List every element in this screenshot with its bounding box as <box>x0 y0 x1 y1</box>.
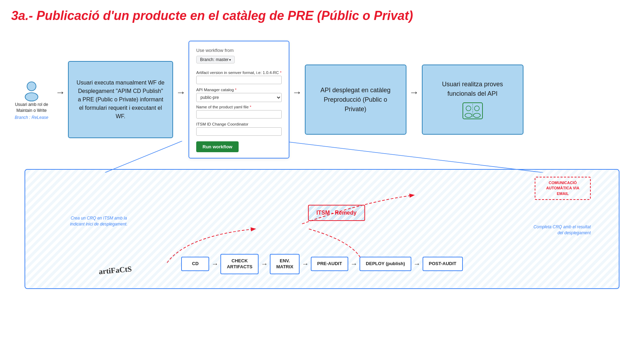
user-figure: Usuari amb rol de Maintain o Write Branc… <box>11 79 53 120</box>
comm-box: COMUNICACIÓ AUTOMÀTICA VIA EMAIL <box>535 177 591 200</box>
box2: API desplegat en catàleg Preproducció (P… <box>305 65 406 135</box>
pipeline-arrow-1: → <box>209 260 220 268</box>
branch-button[interactable]: Branch: master <box>196 56 235 63</box>
pipeline-step-cd: CD <box>181 257 209 271</box>
pipeline-step-env-matrix: ENV. MATRIX <box>270 254 300 274</box>
team-icon <box>462 102 483 120</box>
itsm-box: ITSM - Remedy <box>308 205 365 221</box>
pipeline-step-pre-audit: PRE-AUDIT <box>311 257 348 271</box>
pipeline-arrow-2: → <box>259 260 270 268</box>
field4-label: ITSM ID Change Coordinator <box>196 122 282 126</box>
run-workflow-button[interactable]: Run workflow <box>196 141 239 152</box>
arrow-1 <box>53 87 68 98</box>
box1: Usuari executa manualment WF de Desplega… <box>68 61 173 138</box>
arrow-3 <box>289 87 305 98</box>
user-branch: Branch : ReLease <box>15 115 48 120</box>
itsm-id-input[interactable] <box>196 127 282 136</box>
field3-label: Name of the product yaml file * <box>196 105 282 109</box>
svg-point-3 <box>466 106 471 111</box>
pipeline: CD → CHECK ARTIFACTS → ENV. MATRIX → PRE… <box>39 254 605 274</box>
page-title: 3a.- Publicació d'un producte en el catà… <box>0 0 644 27</box>
pipeline-arrow-5: → <box>411 260 423 268</box>
pipeline-step-deploy: DEPLOY (publish) <box>359 257 411 271</box>
yaml-file-input[interactable] <box>196 110 282 119</box>
pipeline-step-check-artifacts: CHECK ARTIFACTS <box>220 254 259 274</box>
form-panel: Use workflow from Branch: master Artifac… <box>189 41 289 159</box>
field2-label: API Manager catalog * <box>196 88 282 92</box>
svg-point-1 <box>27 82 36 91</box>
pipeline-arrow-3: → <box>300 260 311 268</box>
zoom-right-annotation: Completa CRQ amb el resultat del despleg… <box>528 224 591 236</box>
svg-point-4 <box>465 113 472 117</box>
arrow-4 <box>406 87 422 98</box>
zoom-left-annotation: Crea un CRQ en ITSM amb la indicant inic… <box>67 215 130 227</box>
user-icon <box>22 79 41 102</box>
box3: Usuari realitza proves funcionals del AP… <box>422 65 523 135</box>
api-manager-catalog-select[interactable]: public-pre <box>196 93 282 102</box>
user-label: Usuari amb rol de Maintain o Write <box>15 102 48 114</box>
svg-point-0 <box>25 93 38 101</box>
pipeline-arrow-4: → <box>348 260 359 268</box>
form-title: Use workflow from <box>196 48 282 53</box>
pipeline-step-post-audit: POST-AUDIT <box>423 257 463 271</box>
field1-label: Artifact version in semver format, i.e: … <box>196 70 282 75</box>
arrow-2 <box>173 87 189 98</box>
artifact-version-input[interactable] <box>196 76 282 84</box>
svg-point-5 <box>474 106 479 111</box>
svg-point-6 <box>473 113 480 117</box>
zoom-section: COMUNICACIÓ AUTOMÀTICA VIA EMAIL ITSM - … <box>25 169 619 289</box>
